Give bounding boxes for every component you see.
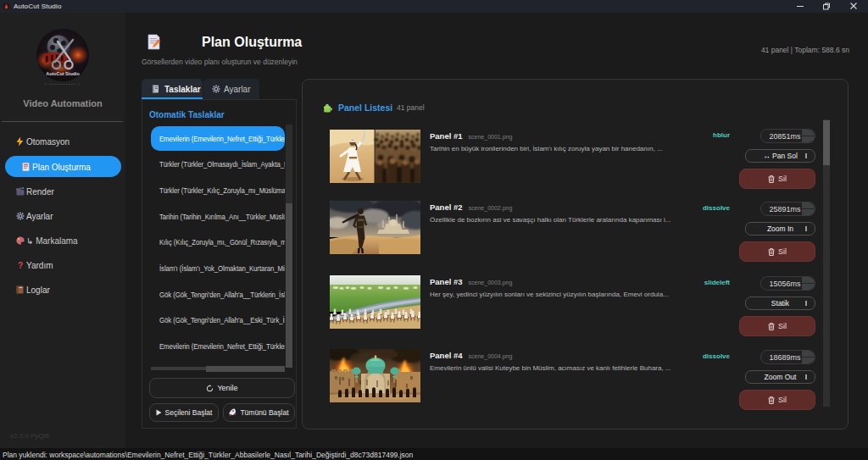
svg-text:AutoCut Studio: AutoCut Studio xyxy=(46,71,80,76)
